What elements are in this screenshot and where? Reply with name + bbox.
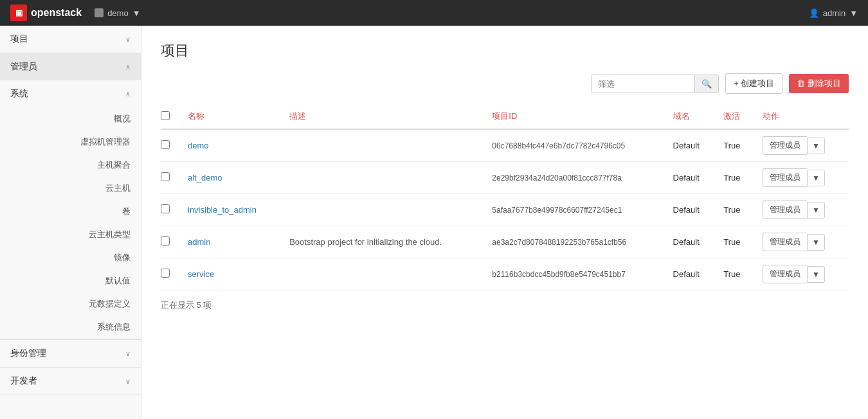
sidebar-item-instances[interactable]: 云主机: [0, 177, 141, 200]
chevron-down-icon-identity: ∨: [125, 350, 131, 358]
row-name: demo: [180, 129, 282, 162]
sidebar-system-items: 概况 虚拟机管理器 主机聚合 云主机 卷 云主机类型 镜像 默认值 元数据定义 …: [0, 107, 141, 339]
sidebar-item-volumes[interactable]: 卷: [0, 200, 141, 223]
row-project-id: 2e29bf2934a24d20a00f81ccc877f78a: [484, 162, 665, 194]
project-name-link[interactable]: alt_demo: [188, 173, 222, 183]
action-dropdown-button[interactable]: ▼: [807, 138, 825, 154]
row-action: 管理成员 ▼: [755, 129, 849, 162]
table-body: demo 06c7688b4fc447e6b7dc7782c4796c05 De…: [161, 129, 849, 290]
delete-project-button[interactable]: 🗑 删除项目: [789, 74, 849, 93]
th-domain: 域名: [665, 104, 716, 129]
project-selector[interactable]: demo ▼: [89, 6, 145, 21]
action-dropdown-button[interactable]: ▼: [807, 202, 825, 218]
row-project-id: 5afaa7677b8e49978c6607ff27245ec1: [484, 194, 665, 226]
row-domain: Default: [665, 129, 716, 162]
row-domain: Default: [665, 162, 716, 194]
sidebar-item-images[interactable]: 镜像: [0, 246, 141, 269]
project-icon: [95, 8, 104, 17]
sidebar-item-defaults[interactable]: 默认值: [0, 269, 141, 292]
row-checkbox[interactable]: [161, 269, 170, 278]
row-domain: Default: [665, 226, 716, 258]
sidebar-item-developer[interactable]: 开发者 ∨: [0, 368, 141, 395]
sidebar-system-label: 系统: [10, 88, 28, 100]
action-btn-group: 管理成员 ▼: [763, 201, 841, 219]
status-count: 正在显示 5 项: [161, 299, 849, 311]
logo-icon: ▣: [10, 4, 27, 21]
row-checkbox[interactable]: [161, 236, 170, 245]
sidebar-item-sysinfo[interactable]: 系统信息: [0, 316, 141, 339]
manage-members-button[interactable]: 管理成员: [763, 265, 807, 283]
project-name-link[interactable]: service: [188, 269, 214, 279]
topbar-right[interactable]: 👤 admin ▼: [809, 8, 858, 18]
row-name: service: [180, 258, 282, 290]
action-dropdown-button[interactable]: ▼: [807, 234, 825, 251]
th-name: 名称: [180, 104, 282, 129]
table-row: admin Bootstrap project for initializing…: [161, 226, 849, 258]
table-header: 名称 描述 项目ID 域名 激活 动作: [161, 104, 849, 129]
sidebar-item-project[interactable]: 项目 ∨: [0, 26, 141, 53]
row-checkbox[interactable]: [161, 140, 170, 149]
sidebar-item-hypervisors[interactable]: 虚拟机管理器: [0, 130, 141, 154]
row-name: invisible_to_admin: [180, 194, 282, 226]
sidebar-item-host-aggregates[interactable]: 主机聚合: [0, 154, 141, 177]
project-name-link[interactable]: demo: [188, 141, 209, 150]
th-action: 动作: [755, 104, 849, 129]
row-checkbox[interactable]: [161, 204, 170, 213]
project-dropdown-arrow: ▼: [132, 8, 141, 18]
action-btn-group: 管理成员 ▼: [763, 136, 841, 155]
row-description: [282, 162, 484, 194]
row-project-id: ae3a2c7d8078488192253b765a1cfb56: [484, 226, 665, 258]
row-description: Bootstrap project for initializing the c…: [282, 226, 484, 258]
row-active: True: [716, 226, 755, 258]
manage-members-button[interactable]: 管理成员: [763, 201, 807, 219]
chevron-up-icon-system: ∧: [125, 90, 131, 98]
row-checkbox-cell: [161, 162, 180, 194]
sidebar-item-flavors[interactable]: 云主机类型: [0, 223, 141, 246]
sidebar-identity-label: 身份管理: [10, 348, 46, 359]
row-action: 管理成员 ▼: [755, 194, 849, 226]
sidebar-item-metadata[interactable]: 元数据定义: [0, 292, 141, 316]
layout: 项目 ∨ 管理员 ∧ 系统 ∧ 概况 虚拟机管理器 主机聚合 云主机: [0, 26, 868, 419]
action-dropdown-button[interactable]: ▼: [807, 266, 825, 283]
search-input[interactable]: [592, 75, 694, 93]
row-active: True: [716, 129, 755, 162]
sidebar-item-overview[interactable]: 概况: [0, 107, 141, 130]
row-name: admin: [180, 226, 282, 258]
username: admin: [823, 8, 845, 18]
row-checkbox-cell: [161, 194, 180, 226]
action-dropdown-button[interactable]: ▼: [807, 170, 825, 186]
table-row: invisible_to_admin 5afaa7677b8e49978c660…: [161, 194, 849, 226]
logo: ▣ openstack: [10, 4, 82, 21]
sidebar-item-admin[interactable]: 管理员 ∧: [0, 53, 141, 80]
manage-members-button[interactable]: 管理成员: [763, 136, 807, 155]
select-all-checkbox[interactable]: [161, 111, 170, 120]
row-description: [282, 129, 484, 162]
project-name-link[interactable]: invisible_to_admin: [188, 205, 257, 215]
chevron-up-icon: ∧: [125, 63, 131, 71]
sidebar-item-identity[interactable]: 身份管理 ∨: [0, 340, 141, 367]
logo-text: openstack: [31, 7, 82, 19]
sidebar-project-label: 项目: [10, 33, 28, 45]
th-description: 描述: [282, 104, 484, 129]
chevron-down-icon-developer: ∨: [125, 377, 131, 386]
create-project-button[interactable]: + 创建项目: [725, 73, 782, 94]
row-domain: Default: [665, 194, 716, 226]
row-domain: Default: [665, 258, 716, 290]
sidebar-section-admin: 管理员 ∧ 系统 ∧ 概况 虚拟机管理器 主机聚合 云主机 卷 云主机类型 镜像…: [0, 53, 141, 340]
project-name-link[interactable]: admin: [188, 237, 210, 247]
action-btn-group: 管理成员 ▼: [763, 168, 841, 187]
row-checkbox[interactable]: [161, 172, 170, 181]
sidebar-item-system[interactable]: 系统 ∧: [0, 80, 141, 107]
row-action: 管理成员 ▼: [755, 226, 849, 258]
chevron-down-icon: ∨: [125, 35, 131, 44]
row-checkbox-cell: [161, 129, 180, 162]
manage-members-button[interactable]: 管理成员: [763, 168, 807, 187]
th-active: 激活: [716, 104, 755, 129]
row-active: True: [716, 258, 755, 290]
search-box: 🔍: [591, 75, 719, 93]
toolbar: 🔍 + 创建项目 🗑 删除项目: [161, 73, 849, 94]
search-button[interactable]: 🔍: [694, 75, 718, 93]
manage-members-button[interactable]: 管理成员: [763, 233, 807, 251]
row-active: True: [716, 194, 755, 226]
sidebar-section-project: 项目 ∨: [0, 26, 141, 53]
